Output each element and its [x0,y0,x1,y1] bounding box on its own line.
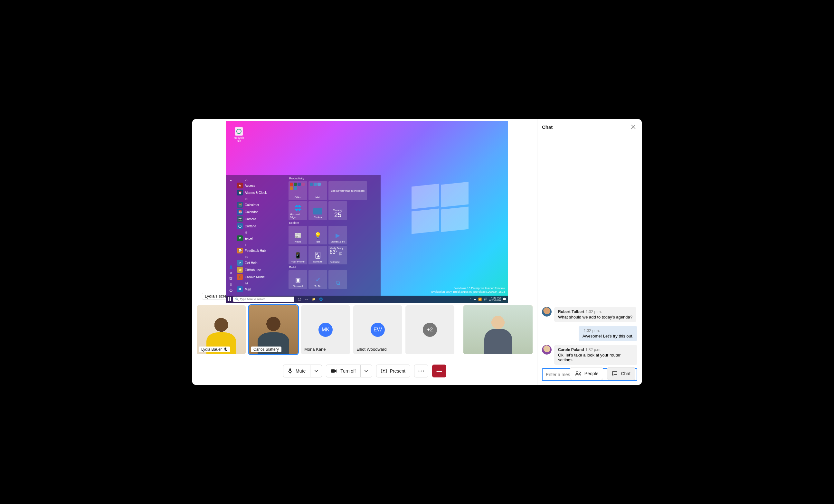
close-icon [631,125,636,129]
edge-icon[interactable]: 🌐 [318,297,323,302]
taskbar-tray: ˄ ☁ 📶 🔊 4:38 PM 6/25/2020 💬 [470,297,508,302]
tile-your-phone[interactable]: 📱Your Phone [288,246,307,264]
start-app-list[interactable]: A AAccess ⏰Alarms & Clock C 🧮Calculator … [236,175,287,295]
user-icon[interactable]: 👤 [228,264,234,270]
tile-mail[interactable]: Mail [308,181,327,200]
participant-tile[interactable]: Lydia Bauer [197,305,246,354]
camera-label: Turn off [341,368,355,374]
recycle-bin[interactable]: Recycle Bin [233,127,245,143]
chat-message-mine: 1:32 p.m. Awesome! Let's try this out. [542,326,637,341]
taskbar-clock[interactable]: 4:38 PM 6/25/2020 [489,297,501,302]
start-app-mail[interactable]: ✉Mail [237,286,286,293]
participant-name-chip: Lydia Bauer [199,347,230,352]
letter-header: C [245,197,286,201]
call-controls: Mute Turn off Present [192,360,537,382]
chat-title: Chat [542,124,553,130]
tile-calendar[interactable]: Thursday25 [328,201,347,220]
pictures-icon[interactable]: 🖼 [228,276,234,282]
start-app-excel[interactable]: XExcel [237,235,286,242]
settings-icon[interactable]: ⚙ [228,282,234,287]
participant-tile[interactable]: Carlos Slattery [249,305,298,354]
screen-share-area: Lydia's screen Recycle Bin Windows 10 En… [192,119,537,304]
tray-chevron-icon[interactable]: ˄ [470,298,471,301]
more-icon [418,370,424,372]
tile-movies[interactable]: ▶Movies & TV [328,226,347,244]
start-app-groove[interactable]: 🎵Groove Music [237,273,286,281]
message-text: Ok, let's take a look at your router set… [558,353,633,362]
svg-point-11 [418,370,419,371]
avatar: EW [371,323,385,337]
taskbar[interactable]: 🔍 Type here to search ◯ ▭ 📁 🌐 ˄ ☁ 📶 🔊 [226,295,508,303]
chevron-down-icon [364,370,368,372]
start-app-github[interactable]: 📁GitHub, Inc [237,266,286,273]
tile-vscode[interactable]: ⧉ [328,270,347,289]
mute-button[interactable]: Mute [283,365,310,377]
tile-office[interactable]: Office [288,181,307,200]
explorer-icon[interactable]: 📁 [311,297,316,302]
people-icon [575,371,581,376]
action-center-icon[interactable]: 💬 [503,298,506,301]
message-author: Robert Tolbert [558,309,585,314]
chat-header: Chat [542,123,637,131]
start-app-alarms[interactable]: ⏰Alarms & Clock [237,189,286,196]
tile-weather[interactable]: Mostly Sunny 83°84° 65° Redmond [328,246,347,264]
cortana-icon[interactable]: ◯ [297,297,302,302]
close-chat-button[interactable] [630,123,637,131]
camera-options-button[interactable] [361,365,372,377]
tray-network-icon[interactable]: 📶 [478,298,482,301]
chat-message: Carole Poland1:32 p.m. Ok, let's take a … [542,345,637,365]
message-text: What should we add to today's agenda? [558,315,632,320]
start-app-calculator[interactable]: 🧮Calculator [237,201,286,209]
search-placeholder: Type here to search [240,298,266,301]
svg-rect-0 [228,297,229,299]
taskbar-search[interactable]: 🔍 Type here to search [233,297,294,302]
mute-options-button[interactable] [310,365,322,377]
start-app-camera[interactable]: 📷Camera [237,216,286,222]
start-button[interactable] [226,295,233,303]
tile-news[interactable]: 📰News [288,226,307,244]
start-app-feedback[interactable]: 💬Feedback Hub [237,247,286,254]
people-button[interactable]: People [570,367,603,380]
svg-point-14 [576,372,578,374]
mic-muted-icon [224,347,228,352]
participant-tile[interactable]: MK Mona Kane [301,305,350,354]
message-author: Carole Poland [558,348,584,352]
mute-label: Mute [295,368,306,374]
documents-icon[interactable]: 🗎 [228,270,234,276]
svg-rect-2 [228,299,229,301]
shared-screen[interactable]: Recycle Bin Windows 10 Enterprise Inside… [226,121,508,303]
tray-onedrive-icon[interactable]: ☁ [473,298,476,301]
tray-volume-icon[interactable]: 🔊 [484,298,487,301]
avatar [542,345,552,355]
start-app-gethelp[interactable]: ?Get Help [237,259,286,266]
hamburger-icon[interactable]: ≡ [228,177,234,183]
power-icon[interactable]: ⏻ [228,287,234,293]
tile-edge[interactable]: 🌐Microsoft Edge [288,201,307,220]
start-app-cortana[interactable]: ◯Cortana [237,222,286,229]
participant-tile[interactable]: EW Elliot Woodward [353,305,402,354]
self-video-tile[interactable]: You [463,305,533,354]
present-button[interactable]: Present [376,365,410,377]
tile-tips[interactable]: 💡Tips [308,226,327,244]
tile-mail-promo[interactable]: See all your mail in one place [328,181,367,200]
more-actions-button[interactable] [414,365,428,377]
start-app-calendar[interactable]: 📅Calendar [237,209,286,216]
task-view-icon[interactable]: ▭ [304,297,309,302]
participant-name-chip: Carlos Slattery [251,347,281,352]
tile-photos[interactable]: Photos [308,201,327,220]
tile-solitaire[interactable]: 🂡Solitaire [308,246,327,264]
chat-button[interactable]: Chat [607,367,635,380]
chat-messages[interactable]: Robert Tolbert1:32 p.m. What should we a… [542,133,637,368]
tile-terminal[interactable]: ▣Terminal [288,270,307,289]
hang-up-button[interactable] [432,365,446,377]
chat-panel: Chat Robert Tolbert1:32 p.m. What should… [537,119,642,385]
participant-overflow-tile[interactable]: +2 [405,305,454,354]
start-app-access[interactable]: AAccess [237,182,286,189]
hang-up-icon [436,369,443,373]
tile-todo[interactable]: ✔To Do [308,270,327,289]
people-label: People [585,371,599,376]
start-menu[interactable]: ≡ 👤 🗎 🖼 ⚙ ⏻ A AAccess ⏰Alarms & Clock C … [226,175,380,295]
chat-message: Robert Tolbert1:32 p.m. What should we a… [542,307,637,322]
camera-button[interactable]: Turn off [326,365,360,377]
taskbar-pinned: ◯ ▭ 📁 🌐 [297,297,323,302]
